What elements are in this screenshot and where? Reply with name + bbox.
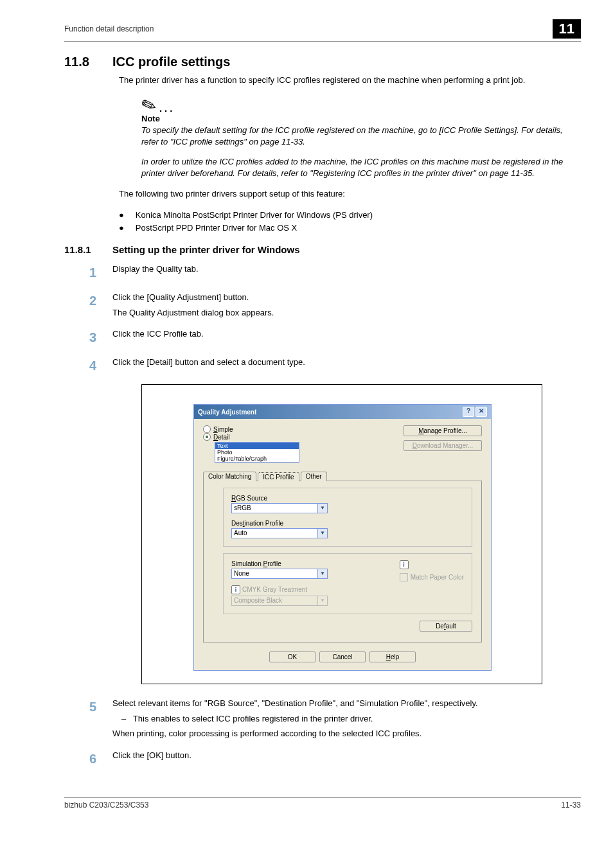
cmyk-gray-combo: Composite Black ▼ (231, 596, 328, 606)
page-footer: bizhub C203/C253/C353 11-33 (64, 797, 581, 810)
step-subtext: When printing, color processing is perfo… (112, 727, 581, 740)
section-intro: The printer driver has a function to spe… (119, 75, 581, 86)
list-item: Konica Minolta PostScript Printer Driver… (136, 209, 373, 222)
simulation-profile-combo[interactable]: None ▼ (231, 569, 328, 579)
list-item: PostScript PPD Printer Driver for Mac OS… (136, 222, 297, 235)
step-number: 6 (64, 749, 96, 768)
simulation-profile-label: Simulation Profile (231, 560, 328, 567)
detail-listbox[interactable]: Text Photo Figure/Table/Graph (215, 442, 299, 463)
info-icon: i (400, 560, 409, 569)
step-6: 6 Click the [OK] button. (64, 749, 581, 768)
section-heading: 11.8 ICC profile settings (64, 55, 581, 69)
tab-color-matching[interactable]: Color Matching (203, 472, 256, 481)
destination-profile-combo[interactable]: Auto ▼ (231, 528, 328, 538)
subsection-number: 11.8.1 (64, 244, 96, 255)
quality-adjustment-dialog: Quality Adjustment ? ✕ Simple D (193, 404, 492, 671)
note-text-1: To specify the default setting for the I… (141, 125, 581, 148)
subsection-title: Setting up the printer driver for Window… (112, 244, 300, 255)
ok-button[interactable]: OK (269, 651, 315, 662)
step-3: 3 Click the ICC Profile tab. (64, 328, 581, 347)
chevron-down-icon[interactable]: ▼ (318, 503, 328, 513)
rgb-source-combo[interactable]: sRGB ▼ (231, 503, 328, 513)
dialog-title: Quality Adjustment (198, 409, 256, 416)
tab-icc-profile[interactable]: ICC Profile (258, 472, 299, 482)
help-button[interactable]: Help (369, 651, 416, 662)
cmyk-gray-label: iCMYK Gray Treatment (231, 585, 328, 594)
default-button[interactable]: Default (420, 621, 472, 632)
drivers-list: ●Konica Minolta PostScript Printer Drive… (119, 209, 581, 234)
list-item[interactable]: Photo (215, 449, 299, 456)
list-item[interactable]: Text (215, 443, 299, 449)
step-text: Click the [OK] button. (112, 749, 581, 768)
drivers-lead: The following two printer drivers suppor… (119, 188, 581, 200)
step-text: Display the Quality tab. (112, 263, 581, 282)
note-label: Note (141, 114, 581, 123)
help-icon[interactable]: ? (463, 407, 474, 417)
footer-left: bizhub C203/C253/C353 (64, 801, 148, 810)
icc-profile-panel: RGB Source sRGB ▼ Destination Profile Au… (203, 481, 482, 642)
step-number: 3 (64, 328, 96, 347)
download-manager-button: Download Manager... (404, 440, 482, 451)
rgb-source-label: RGB Source (231, 495, 328, 502)
screenshot-figure: Quality Adjustment ? ✕ Simple D (141, 384, 542, 684)
bullet-icon: ● (119, 222, 124, 235)
step-number: 2 (64, 291, 96, 319)
checkbox-icon (400, 573, 408, 581)
radio-icon (203, 425, 211, 433)
step-number: 1 (64, 263, 96, 282)
step-5: 5 Select relevant items for "RGB Source"… (64, 697, 581, 740)
ellipsis-icon: ... (159, 99, 174, 115)
chevron-down-icon: ▼ (318, 596, 328, 606)
step-subtext: – This enables to select ICC profiles re… (121, 713, 581, 725)
dialog-tabs: Color Matching ICC Profile Other (203, 472, 482, 481)
chevron-down-icon[interactable]: ▼ (318, 569, 328, 579)
step-number: 5 (64, 697, 96, 740)
step-number: 4 (64, 356, 96, 375)
step-text: Click the ICC Profile tab. (112, 328, 581, 347)
subsection-heading: 11.8.1 Setting up the printer driver for… (64, 244, 581, 255)
section-title: ICC profile settings (112, 55, 230, 69)
info-icon: i (231, 585, 240, 594)
bullet-icon: ● (119, 209, 124, 222)
section-number: 11.8 (64, 55, 96, 69)
destination-profile-label: Destination Profile (231, 520, 328, 527)
step-2: 2 Click the [Quality Adjustment] button.… (64, 291, 581, 319)
running-head: Function detail description (64, 24, 154, 33)
cancel-button[interactable]: Cancel (319, 651, 366, 662)
dialog-titlebar: Quality Adjustment ? ✕ (194, 405, 491, 419)
list-item[interactable]: Figure/Table/Graph (215, 456, 299, 462)
step-4: 4 Click the [Detail] button and select a… (64, 356, 581, 375)
match-paper-color-checkbox: Match Paper Color (400, 573, 464, 581)
step-text: Select relevant items for "RGB Source", … (112, 697, 581, 710)
page-header: Function detail description 11 (64, 19, 581, 42)
close-icon[interactable]: ✕ (475, 407, 487, 417)
footer-right: 11-33 (561, 801, 581, 810)
manage-profile-button[interactable]: Manage Profile... (404, 425, 482, 436)
radio-detail[interactable]: Detail (203, 433, 299, 441)
step-subtext: The Quality Adjustment dialog box appear… (112, 306, 581, 319)
tab-other[interactable]: Other (301, 472, 327, 481)
note-block: ✎... Note To specify the default setting… (141, 95, 581, 179)
step-text: Click the [Quality Adjustment] button. (112, 291, 581, 304)
step-1: 1 Display the Quality tab. (64, 263, 581, 282)
radio-icon (203, 433, 211, 441)
chapter-number: 11 (553, 19, 581, 39)
chevron-down-icon[interactable]: ▼ (318, 528, 328, 538)
radio-simple[interactable]: Simple (203, 425, 299, 433)
note-text-2: In order to utilize the ICC profiles add… (141, 156, 581, 179)
step-text: Click the [Detail] button and select a d… (112, 356, 581, 375)
